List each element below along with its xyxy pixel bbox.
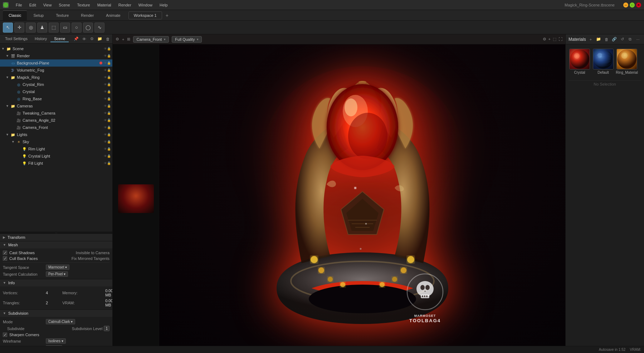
menu-texture[interactable]: Texture [74,2,93,8]
viewport-split-icon[interactable]: ⊞ [127,37,130,42]
tree-item-crystal[interactable]: ▶ ◎ Crystal 👁 🔒 [0,88,112,95]
lock-icon-fog[interactable]: 🔒 [107,68,111,72]
viewport-fullscreen-icon[interactable]: ⛶ [558,37,562,42]
mode-dropdown[interactable]: Catmull-Clark ▾ [46,319,75,324]
visibility-icon-ring-base[interactable]: 👁 [104,97,107,101]
mesh-header[interactable]: ▼ Mesh [0,241,112,248]
cull-back-checkbox[interactable]: ✓ [3,256,7,261]
tree-item-cameras[interactable]: ▼ 📁 Cameras 👁 🔒 [0,102,112,110]
lock-icon-lights[interactable]: 🔒 [107,133,111,136]
move-tool-button[interactable]: ✛ [14,23,24,33]
tree-item-tweaking-camera[interactable]: ▶ 🎥 Tweaking_Camera 👁 🔒 [0,110,112,117]
tab-render[interactable]: Render [75,10,99,20]
tree-item-crystal-light[interactable]: ▶ 💡 Crystal Light 👁 🔒 [0,153,112,160]
visibility-icon-rim-light[interactable]: 👁 [104,147,107,151]
tree-item-rim-light[interactable]: ▶ 💡 Rim Light 👁 🔒 [0,145,112,153]
person-tool-button[interactable]: ♟ [37,23,47,33]
pin-icon[interactable]: 📌 [73,36,79,42]
workspace-tab-1[interactable]: Workspace 1 [128,11,162,19]
subdivision-header[interactable]: ▼ Subdivision [0,310,112,317]
tree-item-magick-ring[interactable]: ▼ 📁 Magick_Ring 👁 🔒 [0,74,112,81]
camera-dropdown[interactable]: Camera_Front ▾ [133,36,169,43]
ellipse-tool-button[interactable]: ◯ [83,23,93,33]
visibility-icon-cam-front[interactable]: 👁 [104,126,107,129]
material-item-crystal[interactable]: Crystal [569,47,591,76]
maximize-button[interactable]: □ [630,3,635,8]
tree-item-camera-front[interactable]: ▶ 🎥 Camera_Front 👁 🔒 [0,124,112,131]
tangent-calc-dropdown[interactable]: Per-Pixel ▾ [46,271,68,277]
visibility-icon-crystal-rim[interactable]: 👁 [104,83,107,86]
orbit-tool-button[interactable]: ◎ [26,23,36,33]
lock-icon-crystal[interactable]: 🔒 [107,90,111,93]
eye-icon[interactable]: 👁 [81,36,87,42]
menu-window[interactable]: Window [136,2,155,8]
visibility-icon-fog[interactable]: 👁 [104,68,107,72]
tree-item-fill-light[interactable]: ▶ 💡 Fill Light 👁 🔒 [0,160,112,167]
wireframe-dropdown[interactable]: Isolines ▾ [46,338,66,344]
materials-refresh-icon[interactable]: ↺ [619,36,625,43]
tab-setup[interactable]: Setup [28,10,49,20]
lock-icon-crystal-rim[interactable]: 🔒 [107,83,111,86]
viewport-add-icon[interactable]: + [122,37,124,42]
viewport[interactable]: ⚙ + ⊞ Camera_Front ▾ Full Quality ▾ ⚙ + … [113,34,565,353]
menu-scene[interactable]: Scene [56,2,73,8]
tree-item-volumetric-fog[interactable]: ▶ 🌫 Volumetric_Fog 👁 🔒 [0,67,112,74]
menu-help[interactable]: Help [157,2,171,8]
visibility-icon-scene[interactable]: 👁 [104,47,107,50]
tree-item-lights[interactable]: ▼ 📁 Lights 👁 🔒 [0,131,112,138]
tab-tool-settings[interactable]: Tool Settings [1,36,31,42]
lock-icon-crystal-light[interactable]: 🔒 [107,154,111,158]
tree-item-sky[interactable]: ▼ ☀ Sky 👁 🔒 [0,138,112,145]
visibility-icon-render[interactable]: 👁 [104,54,107,58]
lock-icon-ring[interactable]: 🔒 [107,76,111,79]
tree-item-render[interactable]: ▼ 🎬 Render 👁 🔒 [0,52,112,59]
tree-item-camera-angle-02[interactable]: ▶ 🎥 Camera_Angle_02 👁 🔒 [0,117,112,124]
materials-trash-icon[interactable]: 🗑 [603,36,610,43]
trash-small-icon[interactable]: 🗑 [104,36,111,42]
minimize-button[interactable]: ─ [623,3,628,8]
tree-item-ring-base[interactable]: ▶ ◎ Ring_Base 👁 🔒 [0,95,112,102]
lock-icon-ring-base[interactable]: 🔒 [107,97,111,101]
tree-item-scene[interactable]: ▼ 📁 Scene 👁 🔒 [0,45,112,52]
menu-material[interactable]: Material [94,2,114,8]
lock-icon-scene[interactable]: 🔒 [107,47,111,50]
tab-history[interactable]: History [31,36,50,42]
visibility-icon-ring[interactable]: 👁 [104,76,107,79]
visibility-icon-cameras[interactable]: 👁 [104,104,107,108]
render-thumb-1[interactable] [113,44,159,353]
menu-view[interactable]: View [40,2,55,8]
lock-icon-fill-light[interactable]: 🔒 [107,161,111,165]
material-item-default[interactable]: Default [592,47,614,76]
rect-select-button[interactable]: ▭ [60,23,70,33]
visibility-icon-bg[interactable]: 👁 [104,61,107,65]
menu-render[interactable]: Render [116,2,134,8]
curve-tool-button[interactable]: ∿ [94,23,104,33]
circle-tool-button[interactable]: ○ [72,23,82,33]
viewport-gear-icon[interactable]: ⚙ [543,37,546,42]
lock-icon-sky[interactable]: 🔒 [107,140,111,144]
add-workspace-button[interactable]: + [163,11,171,20]
lock-icon-cameras[interactable]: 🔒 [107,104,111,108]
tangent-space-dropdown[interactable]: Marmoset ▾ [46,265,69,270]
tab-scene[interactable]: Scene [50,36,69,42]
folder-small-icon[interactable]: 📁 [97,36,103,42]
material-item-ring[interactable]: Ring_Material [616,47,638,76]
info-header[interactable]: ▼ Info [0,279,112,286]
materials-add-icon[interactable]: + [587,36,594,43]
visibility-icon-crystal[interactable]: 👁 [104,90,107,93]
sharpen-corners-checkbox[interactable]: ✓ [3,333,7,337]
visibility-icon-lights[interactable]: 👁 [104,133,107,136]
materials-duplicate-icon[interactable]: ⧉ [627,36,633,43]
gear-small-icon[interactable]: ⚙ [89,36,95,42]
lock-icon-rim-light[interactable]: 🔒 [107,147,111,151]
lock-icon-cam-front[interactable]: 🔒 [107,126,111,129]
materials-folder-icon[interactable]: 📁 [595,36,602,43]
visibility-icon-sky[interactable]: 👁 [104,140,107,144]
menu-file[interactable]: File [13,2,25,8]
visibility-icon-cam-angle[interactable]: 👁 [104,119,107,122]
viewport-plus-icon[interactable]: + [548,37,551,42]
cast-shadows-checkbox[interactable]: ✓ [3,251,7,255]
lock-icon-bg[interactable]: 🔒 [107,61,111,65]
tree-item-background-plane[interactable]: ▶ ▭ Background-Plane 👁 🔒 [0,59,112,67]
lock-icon-tweaking-cam[interactable]: 🔒 [107,111,111,115]
